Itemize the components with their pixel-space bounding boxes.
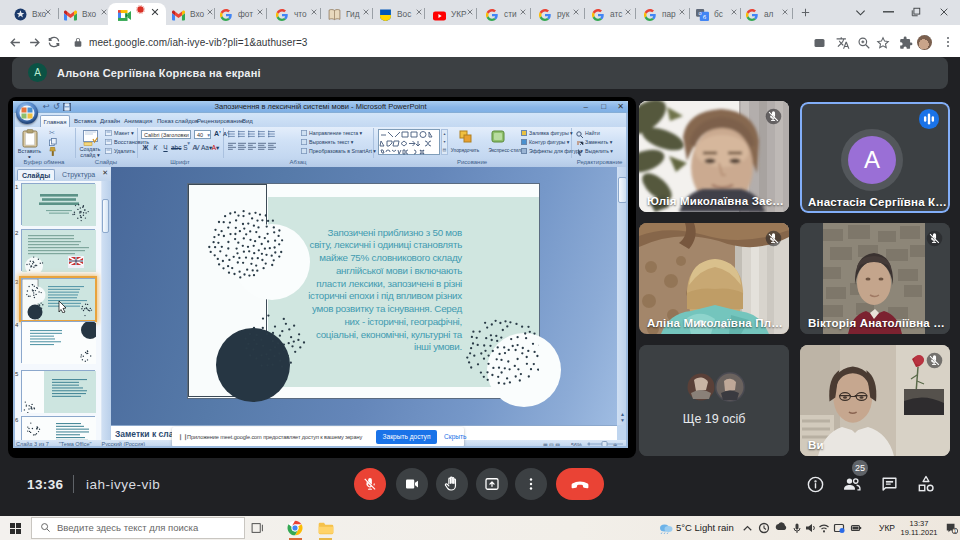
svg-text:1: 1 <box>953 528 956 534</box>
svg-text:б: б <box>703 14 707 20</box>
svg-text:о: о <box>699 10 702 16</box>
